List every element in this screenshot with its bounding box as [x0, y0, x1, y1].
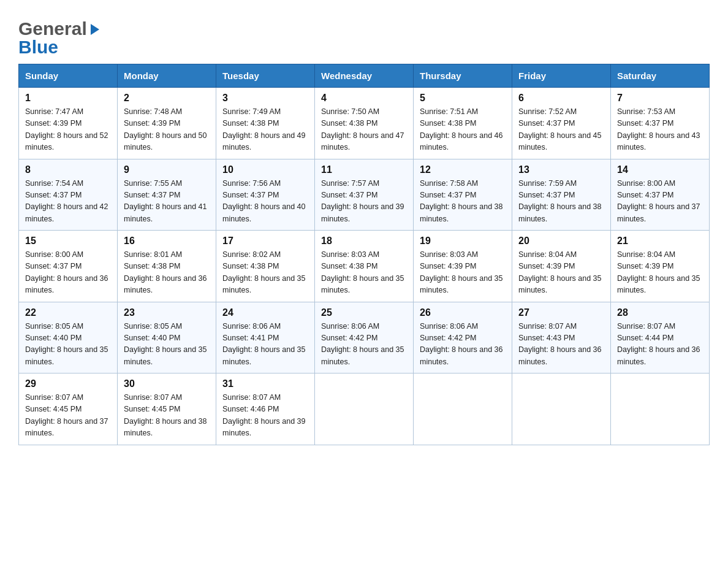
day-number: 5	[420, 93, 506, 104]
day-info: Sunrise: 7:52 AMSunset: 4:37 PMDaylight:…	[518, 106, 604, 154]
calendar-cell: 25Sunrise: 8:06 AMSunset: 4:42 PMDayligh…	[315, 302, 414, 373]
calendar-cell: 18Sunrise: 8:03 AMSunset: 4:38 PMDayligh…	[315, 231, 414, 302]
day-number: 4	[321, 93, 407, 104]
weekday-header-sunday: Sunday	[19, 64, 118, 88]
day-info: Sunrise: 7:55 AMSunset: 4:37 PMDaylight:…	[124, 178, 210, 226]
calendar-cell: 11Sunrise: 7:57 AMSunset: 4:37 PMDayligh…	[315, 159, 414, 231]
calendar-cell: 20Sunrise: 8:04 AMSunset: 4:39 PMDayligh…	[512, 231, 611, 302]
calendar-cell: 4Sunrise: 7:50 AMSunset: 4:38 PMDaylight…	[315, 88, 414, 159]
day-number: 1	[25, 93, 111, 104]
svg-marker-0	[91, 24, 99, 35]
day-info: Sunrise: 8:06 AMSunset: 4:42 PMDaylight:…	[321, 321, 407, 369]
day-info: Sunrise: 7:47 AMSunset: 4:39 PMDaylight:…	[25, 106, 111, 154]
calendar-cell: 7Sunrise: 7:53 AMSunset: 4:37 PMDaylight…	[611, 88, 710, 159]
calendar-cell: 19Sunrise: 8:03 AMSunset: 4:39 PMDayligh…	[414, 231, 512, 302]
calendar-cell	[512, 373, 611, 445]
day-number: 31	[222, 378, 308, 389]
day-number: 3	[222, 93, 308, 104]
day-info: Sunrise: 8:03 AMSunset: 4:38 PMDaylight:…	[321, 249, 407, 297]
calendar-cell: 10Sunrise: 7:56 AMSunset: 4:37 PMDayligh…	[216, 159, 315, 231]
calendar-cell: 3Sunrise: 7:49 AMSunset: 4:38 PMDaylight…	[216, 88, 315, 159]
day-info: Sunrise: 8:05 AMSunset: 4:40 PMDaylight:…	[25, 321, 111, 369]
calendar-cell: 21Sunrise: 8:04 AMSunset: 4:39 PMDayligh…	[611, 231, 710, 302]
calendar-cell: 6Sunrise: 7:52 AMSunset: 4:37 PMDaylight…	[512, 88, 611, 159]
day-info: Sunrise: 7:49 AMSunset: 4:38 PMDaylight:…	[222, 106, 308, 154]
weekday-header-tuesday: Tuesday	[216, 64, 315, 88]
calendar-cell: 27Sunrise: 8:07 AMSunset: 4:43 PMDayligh…	[512, 302, 611, 373]
day-info: Sunrise: 7:50 AMSunset: 4:38 PMDaylight:…	[321, 106, 407, 154]
day-info: Sunrise: 8:04 AMSunset: 4:39 PMDaylight:…	[617, 249, 703, 297]
calendar-cell: 30Sunrise: 8:07 AMSunset: 4:45 PMDayligh…	[118, 373, 216, 445]
day-number: 21	[617, 236, 703, 247]
calendar-cell: 23Sunrise: 8:05 AMSunset: 4:40 PMDayligh…	[118, 302, 216, 373]
page-header: General Blue	[18, 12, 710, 58]
day-number: 24	[222, 307, 308, 318]
day-number: 12	[420, 164, 506, 175]
day-number: 18	[321, 236, 407, 247]
day-number: 8	[25, 164, 111, 175]
day-info: Sunrise: 8:06 AMSunset: 4:42 PMDaylight:…	[420, 321, 506, 369]
day-number: 15	[25, 236, 111, 247]
calendar-cell: 22Sunrise: 8:05 AMSunset: 4:40 PMDayligh…	[19, 302, 118, 373]
day-info: Sunrise: 8:07 AMSunset: 4:44 PMDaylight:…	[617, 321, 703, 369]
day-number: 26	[420, 307, 506, 318]
day-number: 7	[617, 93, 703, 104]
logo-arrow-icon	[88, 23, 102, 36]
calendar-cell: 12Sunrise: 7:58 AMSunset: 4:37 PMDayligh…	[414, 159, 512, 231]
day-info: Sunrise: 8:00 AMSunset: 4:37 PMDaylight:…	[617, 178, 703, 226]
day-number: 10	[222, 164, 308, 175]
calendar-cell	[414, 373, 512, 445]
calendar-cell: 15Sunrise: 8:00 AMSunset: 4:37 PMDayligh…	[19, 231, 118, 302]
day-info: Sunrise: 8:01 AMSunset: 4:38 PMDaylight:…	[124, 249, 210, 297]
day-number: 9	[124, 164, 210, 175]
day-info: Sunrise: 8:07 AMSunset: 4:45 PMDaylight:…	[124, 392, 210, 440]
day-info: Sunrise: 7:51 AMSunset: 4:38 PMDaylight:…	[420, 106, 506, 154]
day-info: Sunrise: 7:59 AMSunset: 4:37 PMDaylight:…	[518, 178, 604, 226]
day-info: Sunrise: 7:57 AMSunset: 4:37 PMDaylight:…	[321, 178, 407, 226]
day-number: 22	[25, 307, 111, 318]
day-info: Sunrise: 7:56 AMSunset: 4:37 PMDaylight:…	[222, 178, 308, 226]
calendar-cell	[315, 373, 414, 445]
calendar-cell: 31Sunrise: 8:07 AMSunset: 4:46 PMDayligh…	[216, 373, 315, 445]
day-number: 30	[124, 378, 210, 389]
day-number: 2	[124, 93, 210, 104]
weekday-header-saturday: Saturday	[611, 64, 710, 88]
day-info: Sunrise: 8:02 AMSunset: 4:38 PMDaylight:…	[222, 249, 308, 297]
calendar-header-row: SundayMondayTuesdayWednesdayThursdayFrid…	[19, 64, 710, 88]
weekday-header-thursday: Thursday	[414, 64, 512, 88]
day-info: Sunrise: 8:03 AMSunset: 4:39 PMDaylight:…	[420, 249, 506, 297]
day-info: Sunrise: 7:53 AMSunset: 4:37 PMDaylight:…	[617, 106, 703, 154]
calendar-table: SundayMondayTuesdayWednesdayThursdayFrid…	[18, 64, 710, 445]
calendar-cell: 16Sunrise: 8:01 AMSunset: 4:38 PMDayligh…	[118, 231, 216, 302]
calendar-cell: 8Sunrise: 7:54 AMSunset: 4:37 PMDaylight…	[19, 159, 118, 231]
calendar-week-row: 22Sunrise: 8:05 AMSunset: 4:40 PMDayligh…	[19, 302, 710, 373]
day-info: Sunrise: 8:04 AMSunset: 4:39 PMDaylight:…	[518, 249, 604, 297]
day-number: 27	[518, 307, 604, 318]
day-number: 6	[518, 93, 604, 104]
weekday-header-monday: Monday	[118, 64, 216, 88]
logo-general: General	[18, 18, 87, 39]
weekday-header-wednesday: Wednesday	[315, 64, 414, 88]
calendar-week-row: 15Sunrise: 8:00 AMSunset: 4:37 PMDayligh…	[19, 231, 710, 302]
day-number: 11	[321, 164, 407, 175]
day-number: 19	[420, 236, 506, 247]
day-number: 25	[321, 307, 407, 318]
calendar-cell: 14Sunrise: 8:00 AMSunset: 4:37 PMDayligh…	[611, 159, 710, 231]
day-info: Sunrise: 8:05 AMSunset: 4:40 PMDaylight:…	[124, 321, 210, 369]
calendar-cell: 17Sunrise: 8:02 AMSunset: 4:38 PMDayligh…	[216, 231, 315, 302]
day-number: 28	[617, 307, 703, 318]
day-number: 23	[124, 307, 210, 318]
logo-blue: Blue	[18, 37, 58, 58]
calendar-cell: 28Sunrise: 8:07 AMSunset: 4:44 PMDayligh…	[611, 302, 710, 373]
calendar-week-row: 29Sunrise: 8:07 AMSunset: 4:45 PMDayligh…	[19, 373, 710, 445]
calendar-week-row: 8Sunrise: 7:54 AMSunset: 4:37 PMDaylight…	[19, 159, 710, 231]
day-number: 16	[124, 236, 210, 247]
day-info: Sunrise: 8:07 AMSunset: 4:46 PMDaylight:…	[222, 392, 308, 440]
day-number: 14	[617, 164, 703, 175]
day-info: Sunrise: 7:58 AMSunset: 4:37 PMDaylight:…	[420, 178, 506, 226]
calendar-cell: 29Sunrise: 8:07 AMSunset: 4:45 PMDayligh…	[19, 373, 118, 445]
logo: General Blue	[18, 18, 102, 58]
day-number: 17	[222, 236, 308, 247]
calendar-cell: 24Sunrise: 8:06 AMSunset: 4:41 PMDayligh…	[216, 302, 315, 373]
day-info: Sunrise: 8:06 AMSunset: 4:41 PMDaylight:…	[222, 321, 308, 369]
